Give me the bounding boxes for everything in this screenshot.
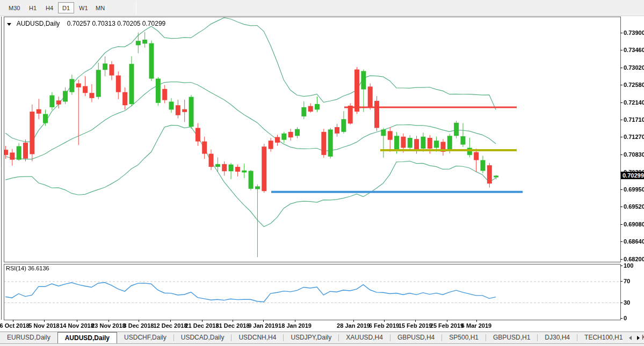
date-axis-label: 25 Feb 2019	[430, 322, 464, 329]
price-axis-label: 0.72140	[624, 100, 644, 106]
date-axis-label: 12 Dec 2018	[154, 322, 187, 329]
tab-scroll-left-icon[interactable]	[629, 336, 632, 340]
date-axis-label: 28 Jan 2019	[337, 322, 370, 329]
rsi-axis-label: 0	[624, 315, 627, 321]
date-axis-label: 14 Nov 2018	[60, 322, 94, 329]
timeframe-button-h1[interactable]: H1	[25, 2, 41, 13]
tab-scroll-controls	[627, 332, 642, 343]
tab-scroll-right-icon[interactable]	[637, 336, 640, 340]
rsi-axis-label: 70	[624, 278, 630, 284]
date-axis-label: 23 Nov 2018	[91, 322, 126, 329]
rsi-indicator-label: RSI(14) 36.6136	[6, 265, 49, 271]
chart-title: AUDUSD,Daily 0.70257 0.70313 0.70205 0.7…	[7, 20, 165, 27]
current-price-box: 0.70299	[621, 172, 644, 179]
timeframe-button-d1[interactable]: D1	[58, 2, 74, 13]
date-axis-label: 9 Jan 2019	[248, 322, 278, 329]
date-axis-label: 6 Feb 2019	[369, 322, 399, 329]
tab-gbpusd-h1[interactable]: GBPUSD,H1	[486, 332, 537, 343]
price-axis-label: 0.70830	[624, 152, 644, 158]
tab-xauusd-h4[interactable]: XAUUSD,H4	[339, 332, 390, 343]
date-axis-label: 21 Dec 2018	[185, 322, 219, 329]
symbol-tabbar: EURUSD,DailyAUDUSD,DailyUSDCHF,DailyUSDC…	[0, 332, 644, 343]
price-axis-label: 0.72580	[624, 82, 644, 88]
timeframe-button-h4[interactable]: H4	[41, 2, 57, 13]
date-axis-label: 15 Feb 2019	[399, 322, 432, 329]
tab-audusd-daily[interactable]: AUDUSD,Daily	[57, 332, 117, 343]
tab-usdjpy-daily[interactable]: USDJPY,Daily	[284, 332, 338, 343]
tab-eurusd-daily[interactable]: EURUSD,Daily	[0, 332, 57, 343]
date-axis-label: 18 Jan 2019	[278, 322, 312, 329]
rsi-axis-label: 100	[624, 263, 633, 269]
timeframe-button-mn[interactable]: MN	[91, 2, 109, 13]
timeframe-button-w1[interactable]: W1	[75, 2, 92, 13]
timeframe-toolbar: M30H1H4D1W1MN	[0, 0, 644, 16]
tab-usdcad-daily[interactable]: USDCAD,Daily	[174, 332, 231, 343]
price-axis-label: 0.71270	[624, 134, 644, 140]
price-axis-label: 0.73900	[624, 30, 644, 36]
price-axis-label: 0.69520	[624, 204, 644, 210]
terminal-window: M30H1H4D1W1MN AUDUSD,Daily 0.70257 0.703…	[0, 0, 644, 346]
chart-title-symbol: AUDUSD,Daily	[17, 20, 60, 27]
price-axis-label: 0.69950	[624, 187, 644, 193]
chart-title-ohlc: 0.70257 0.70313 0.70205 0.70299	[67, 20, 166, 27]
toolbar-separator	[136, 1, 136, 15]
date-axis-label: 3 Dec 2018	[124, 322, 154, 329]
tab-usdchf-daily[interactable]: USDCHF,Daily	[117, 332, 173, 343]
rsi-axis-label: 30	[624, 300, 630, 306]
chart-canvas[interactable]	[0, 0, 644, 346]
date-axis-label: 6 Mar 2019	[461, 322, 491, 329]
date-axis-label: 26 Oct 2018	[0, 322, 30, 329]
price-axis-label: 0.68640	[624, 239, 644, 245]
price-axis-label: 0.73020	[624, 65, 644, 71]
timeframe-button-m30[interactable]: M30	[4, 2, 24, 13]
tab-sp500-h1[interactable]: SP500,H1	[442, 332, 486, 343]
price-axis-label: 0.71710	[624, 117, 644, 123]
symbol-dropdown-icon[interactable]	[7, 23, 11, 26]
date-axis-label: 31 Dec 2018	[216, 322, 250, 329]
date-axis-label: 5 Nov 2018	[28, 322, 59, 329]
status-strip	[0, 343, 644, 346]
tab-tech100-h1[interactable]: TECH100,H1	[577, 332, 629, 343]
tab-usdcnh-h4[interactable]: USDCNH,H4	[231, 332, 283, 343]
price-axis-label: 0.73460	[624, 47, 644, 53]
price-axis-label: 0.69080	[624, 222, 644, 227]
price-axis-label: 0.68200	[624, 256, 644, 262]
tab-gbpusd-h4[interactable]: GBPUSD,H4	[390, 332, 442, 343]
tab-dj30-h4[interactable]: DJ30,H4	[538, 332, 577, 343]
